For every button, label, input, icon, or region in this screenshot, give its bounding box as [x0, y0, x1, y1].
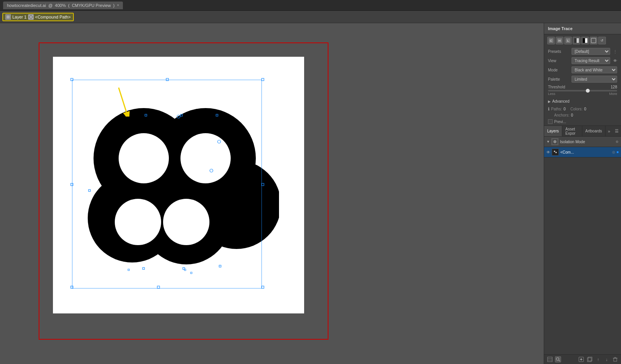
layer-add-button[interactable]: [578, 356, 585, 363]
svg-rect-47: [591, 38, 596, 43]
trace-presets-row: Presets [Default] ⋮: [544, 47, 621, 56]
compound-path-target[interactable]: ◎: [612, 150, 615, 154]
svg-point-12: [163, 199, 209, 245]
anchors-row: Anchors: 0: [544, 113, 621, 118]
document-tab[interactable]: howtocreatediecut.ai @ 400% ( CMYK/GPU P…: [3, 2, 123, 9]
compound-path-label: <Com...: [560, 150, 611, 154]
anchors-value: 0: [571, 113, 573, 117]
svg-line-58: [559, 360, 560, 362]
svg-text:C: C: [550, 39, 552, 42]
path-icon: [28, 14, 34, 20]
svg-rect-64: [614, 358, 617, 361]
trace-preset-outline[interactable]: [590, 37, 597, 44]
threshold-more-label: More: [609, 92, 617, 96]
svg-rect-16: [262, 78, 264, 81]
svg-text:L: L: [567, 39, 569, 42]
layer-search-button[interactable]: [555, 356, 561, 362]
compound-visibility-icon[interactable]: 👁: [546, 150, 550, 154]
view-select[interactable]: Tracing Result: [572, 57, 610, 64]
white-canvas: [53, 57, 304, 313]
tab-filename: howtocreatediecut.ai: [7, 3, 46, 8]
svg-rect-46: [585, 38, 587, 43]
tab-zoom: @: [48, 3, 53, 8]
layers-bottom-bar: ↑ ↓: [544, 354, 621, 364]
anchors-label: Anchors:: [554, 113, 569, 117]
breadcrumb-layer: Layer 1: [12, 15, 27, 19]
isolation-mode-row[interactable]: ▼ Isolation Mode ⊕: [544, 137, 621, 147]
title-bar: howtocreatediecut.ai @ 400% ( CMYK/GPU P…: [0, 0, 621, 11]
breadcrumb[interactable]: Layer 1 <Compound Path>: [2, 13, 74, 21]
svg-point-10: [180, 133, 231, 183]
svg-point-53: [556, 152, 557, 153]
preview-row: Previ...: [544, 118, 621, 125]
presets-select[interactable]: [Default]: [572, 48, 610, 55]
layer-bottom-btn1[interactable]: [546, 356, 553, 363]
threshold-row: Threshold 128 Less More: [544, 84, 621, 97]
layers-content: ▼ Isolation Mode ⊕ 👁: [544, 137, 621, 354]
layers-tabs-bar: Layers Asset Expor Artboards » ☰: [544, 126, 621, 137]
compound-path-thumbnail: [552, 149, 559, 156]
tab-close-button[interactable]: ×: [117, 3, 119, 7]
tab-layers[interactable]: Layers: [544, 126, 562, 136]
tab-asset-export[interactable]: Asset Expor: [562, 126, 582, 136]
trace-reset[interactable]: ↺: [598, 37, 606, 44]
svg-point-57: [556, 358, 559, 361]
layer-move-down-button[interactable]: ↓: [603, 356, 610, 363]
layer-delete-button[interactable]: [612, 356, 619, 363]
isolation-mode-options[interactable]: ⊕: [616, 140, 619, 144]
isolation-mode-label: Isolation Mode: [560, 140, 614, 144]
mode-label: Mode: [548, 68, 569, 72]
artwork: [78, 91, 279, 280]
trace-preset-auto-color[interactable]: C: [547, 37, 555, 44]
image-trace-title: Image Trace: [548, 26, 573, 31]
presets-label: Presets: [548, 49, 569, 54]
tab-zoom-level: 400%: [55, 3, 66, 8]
mode-select[interactable]: Black and White: [572, 66, 617, 73]
canvas-area[interactable]: [0, 23, 544, 364]
main-layout: Image Trace C H L: [0, 23, 621, 364]
presets-more-icon[interactable]: ⋮: [613, 49, 617, 54]
trace-mode-row: Mode Black and White: [544, 65, 621, 74]
right-panel: Image Trace C H L: [544, 23, 621, 364]
layer-move-up-button[interactable]: ↑: [595, 356, 602, 363]
compound-path-select-indicator[interactable]: ■: [617, 150, 619, 154]
compound-path-row[interactable]: 👁 <Com... ◎ ■: [544, 147, 621, 157]
layers-section: Layers Asset Expor Artboards » ☰ ▼: [544, 126, 621, 364]
svg-point-9: [119, 133, 169, 183]
trace-icons-bar: C H L ↺: [544, 34, 621, 47]
palette-select[interactable]: Limited: [572, 76, 617, 83]
layers-tab-menu-button[interactable]: ☰: [612, 129, 621, 134]
svg-rect-43: [574, 38, 577, 43]
trace-preset-bw[interactable]: [581, 37, 589, 44]
colors-value: 0: [584, 107, 587, 111]
svg-point-11: [115, 199, 161, 245]
trace-preset-high-color[interactable]: H: [556, 37, 563, 44]
trace-preset-grayscale[interactable]: [573, 37, 580, 44]
svg-point-3: [30, 16, 32, 18]
isolation-mode-thumbnail: [551, 138, 558, 145]
info-stats-row: ℹ Paths: 0 Colors: 0: [544, 105, 621, 113]
preview-checkbox[interactable]: [548, 119, 553, 124]
layer-duplicate-button[interactable]: [586, 356, 593, 363]
svg-rect-19: [71, 286, 73, 288]
advanced-section[interactable]: ▶ Advanced: [544, 97, 621, 105]
advanced-expand-icon: ▶: [548, 100, 551, 103]
artboard-border: [39, 42, 328, 340]
preview-label: Previ...: [554, 120, 566, 124]
paths-label: Paths:: [551, 107, 562, 111]
view-label: View: [548, 59, 569, 63]
threshold-slider-track[interactable]: [548, 90, 617, 91]
svg-point-49: [553, 140, 556, 143]
view-eyeball-icon[interactable]: 👁: [613, 59, 617, 63]
threshold-less-label: Less: [548, 92, 555, 96]
info-icon: ℹ: [548, 107, 550, 112]
layer-icon: [5, 14, 11, 20]
svg-rect-45: [583, 38, 585, 43]
layers-tab-more-button[interactable]: »: [606, 129, 612, 134]
trace-preset-low-color[interactable]: L: [564, 37, 572, 44]
image-trace-header: Image Trace: [544, 23, 621, 34]
svg-rect-44: [577, 38, 579, 43]
tab-artboards[interactable]: Artboards: [582, 126, 606, 136]
svg-rect-17: [71, 183, 73, 186]
svg-rect-15: [166, 78, 168, 81]
